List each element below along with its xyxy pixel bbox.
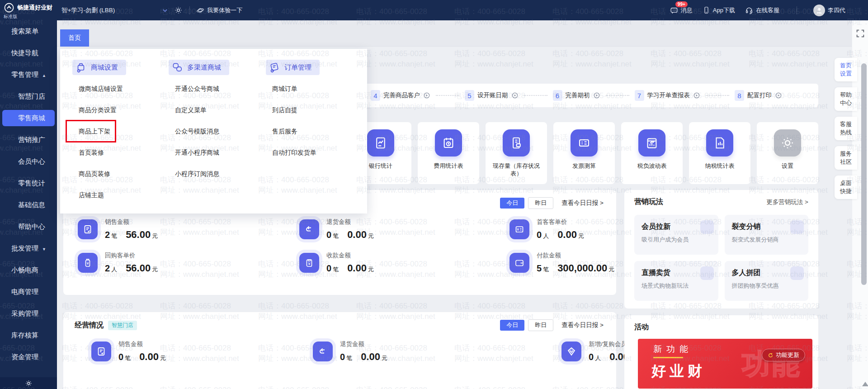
tab-home[interactable]: 首页 [60, 29, 89, 47]
menu-item-homepage-decoration[interactable]: 首页装修 [72, 142, 165, 163]
sidebar-item-purchase-management[interactable]: 采购管理 [0, 303, 57, 324]
shortcut-expense-stats[interactable]: 费用统计表 [418, 122, 479, 184]
sidebar-item-retail-management[interactable]: 零售管理▲ [0, 64, 57, 85]
user-menu[interactable]: 李四代 [813, 5, 845, 16]
more-marketing-link[interactable]: 更多营销玩法 > [766, 198, 808, 206]
menu-item-in-store-pickup[interactable]: 到店自提 [266, 100, 361, 121]
menu-item-product-page-decoration[interactable]: 商品页装修 [72, 163, 165, 185]
quick-tab-service-hotline[interactable]: 客服热线 [835, 117, 857, 140]
sidebar-item-quick-nav[interactable]: 快捷导航 [0, 42, 57, 64]
today-tab[interactable]: 今日 [500, 320, 524, 331]
shortcut-settings[interactable]: 设置 [757, 122, 818, 184]
fullscreen-icon[interactable] [855, 28, 865, 38]
wallet-icon [509, 253, 529, 273]
step-complete-goods-customers[interactable]: 4 完善商品客户 [371, 90, 430, 101]
sidebar-item-search-menu[interactable]: 搜索菜单 [0, 20, 57, 42]
step-learn-billing-reports[interactable]: 7 学习开单查报表 [635, 90, 701, 101]
menu-item-mall-orders[interactable]: 商城订单 [266, 78, 361, 100]
collapse-arrow-icon: ▲ [42, 73, 46, 78]
play-icon[interactable] [423, 92, 430, 99]
messages-badge: 99+ [675, 1, 688, 7]
account-name[interactable]: 智+学习-勿删 (LBB) [61, 6, 115, 14]
sidebar-item-inventory-accounting[interactable]: 库存核算 [0, 324, 57, 346]
yesterday-tab[interactable]: 昨日 [528, 319, 553, 331]
gear-icon[interactable] [25, 380, 32, 387]
sales-receipt-icon [91, 342, 111, 361]
sidebar-item-fund-management[interactable]: 资金管理 [0, 346, 57, 368]
expand-arrow-icon: ▼ [42, 247, 46, 251]
marketing-card-group-buying[interactable]: 多人拼团 拼团购物享受优惠 [725, 261, 809, 301]
play-icon[interactable] [593, 92, 600, 99]
marketing-card-member-acquisition[interactable]: 会员拉新 吸引用户成为会员 [634, 215, 718, 255]
tax-stats-icon [706, 129, 733, 157]
today-tab[interactable]: 今日 [500, 198, 524, 209]
gear-icon[interactable] [175, 6, 182, 14]
menu-item-after-sales-service[interactable]: 售后服务 [266, 121, 361, 142]
menu-item-open-official-account-mall[interactable]: 开通公众号商城 [169, 78, 261, 100]
sidebar-item-xiaochang-ecommerce[interactable]: 小畅电商 [0, 259, 57, 281]
right-quick-tabs: 首页设置 帮助中心 客服热线 服务社区 桌面快捷 [835, 58, 857, 205]
step-connector [436, 95, 459, 96]
app-download-button[interactable]: App下载 [703, 6, 735, 14]
stat-sales-amount: 销售金额 2笔56.00元 [75, 218, 296, 241]
sidebar-item-basic-info[interactable]: 基础信息 [0, 194, 57, 216]
online-service-button[interactable]: 在线客服 [745, 6, 779, 14]
expense-stats-icon [435, 129, 462, 157]
group-buying-icon [790, 266, 804, 280]
daily-report-link[interactable]: 查看今日日报 > [561, 199, 604, 207]
quick-tab-service-community[interactable]: 服务社区 [835, 146, 857, 170]
feature-update-button[interactable]: 功能更新 [762, 349, 805, 361]
sidebar-item-wholesale-management[interactable]: 批发管理▼ [0, 237, 57, 259]
shortcut-tax-fluctuation[interactable]: 税负波动表 [621, 122, 683, 184]
scrollbar-thumb[interactable] [861, 63, 867, 285]
menu-item-product-listing[interactable]: 商品上下架 [72, 121, 165, 142]
quick-tab-desktop-shortcut[interactable]: 桌面快捷 [835, 176, 857, 199]
step-set-opening-date[interactable]: 5 设开账日期 [465, 90, 519, 101]
svg-text:¥: ¥ [86, 261, 90, 266]
svg-text:¥: ¥ [308, 261, 311, 266]
scroll-up-arrow[interactable] [862, 382, 868, 386]
play-icon[interactable] [511, 92, 519, 99]
refresh-icon [768, 352, 774, 358]
menu-item-micro-mall-store-settings[interactable]: 微商城店铺设置 [72, 78, 165, 100]
avatar [813, 5, 825, 16]
sidebar-item-ecommerce-management[interactable]: 电商管理 [0, 281, 57, 303]
yesterday-tab[interactable]: 昨日 [528, 197, 553, 209]
play-icon[interactable] [693, 92, 700, 99]
chevron-down-icon[interactable] [162, 7, 168, 14]
sidebar-item-retail-stats[interactable]: 零售统计 [0, 172, 57, 194]
menu-item-auto-print-delivery-note[interactable]: 自动打印发货单 [266, 142, 361, 163]
sidebar-item-marketing-promo[interactable]: 营销推广 [0, 129, 57, 151]
step-configure-printing[interactable]: 8 配置打印 [735, 90, 782, 101]
daily-report-link[interactable]: 查看今日日报 > [561, 321, 604, 329]
shortcut-tax-stats[interactable]: 纳税统计表 [689, 122, 750, 184]
shortcut-inventory-status[interactable]: 现存量（库存状况表） [486, 122, 547, 184]
menu-item-mini-program-subscribe-message[interactable]: 小程序订阅消息 [169, 163, 261, 185]
topbar-divider [189, 6, 190, 14]
new-feature-banner[interactable]: 功能 新功能 好业财 功能更新 [638, 339, 812, 389]
menu-item-product-category-settings[interactable]: 商品分类设置 [72, 100, 165, 121]
shortcut-invoice-calc[interactable]: 发票测算 [553, 122, 615, 184]
messages-button[interactable]: 99+ 消息 [670, 6, 693, 14]
sidebar-item-retail-mall[interactable]: 零售商城 [2, 110, 55, 126]
menu-item-custom-menu[interactable]: 自定义菜单 [169, 100, 261, 121]
step-complete-opening-balance[interactable]: 6 完善期初 [553, 90, 600, 101]
quick-tab-help-center[interactable]: 帮助中心 [835, 87, 857, 111]
sidebar-item-help-center[interactable]: 帮助中心 [0, 216, 57, 237]
fission-distribution-icon [790, 220, 804, 234]
sidebar-item-smart-store[interactable]: 智慧门店 [0, 85, 57, 107]
marketing-card-fission-distribution[interactable]: 裂变分销 裂变式发展分销商 [725, 215, 809, 255]
experience-link[interactable]: 我要体验一下 [196, 6, 242, 14]
tax-fluctuation-icon [638, 129, 665, 157]
play-icon[interactable] [775, 92, 782, 99]
headset-icon [745, 6, 753, 14]
quick-tab-home-settings[interactable]: 首页设置 [835, 58, 857, 81]
menu-item-open-mini-program-mall[interactable]: 开通小程序商城 [169, 142, 261, 163]
mall-settings-icon [75, 62, 87, 73]
menu-item-official-account-template-message[interactable]: 公众号模版消息 [169, 121, 261, 142]
sidebar-item-member-center[interactable]: 会员中心 [0, 151, 57, 172]
receipt-money-icon: ¥ [299, 253, 319, 273]
menu-item-store-theme[interactable]: 店铺主题 [72, 185, 165, 206]
marketing-card-live-selling[interactable]: 直播卖货 场景式购物新玩法 [634, 261, 718, 301]
step-connector [706, 95, 729, 96]
